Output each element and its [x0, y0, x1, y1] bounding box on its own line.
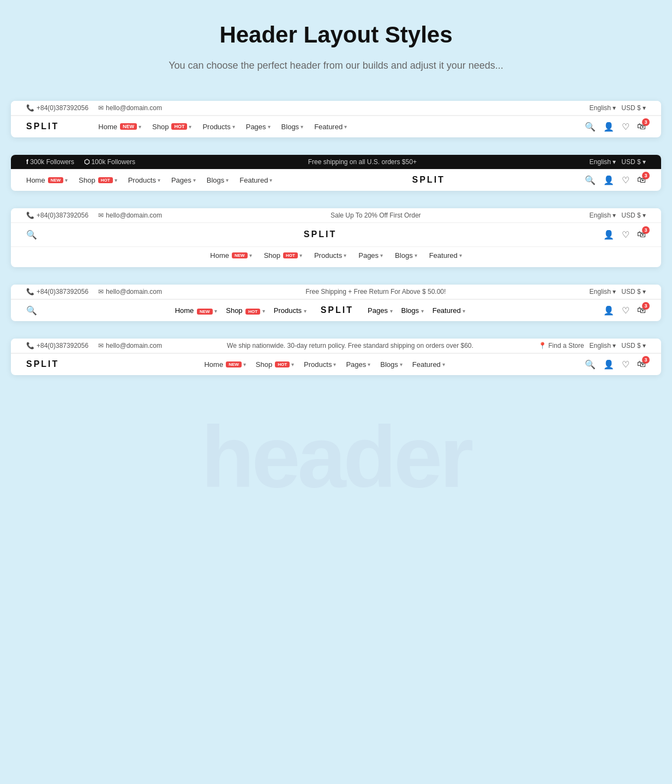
header1-phone: 📞 +84(0)387392056 — [26, 104, 88, 112]
header3-phone: 📞 +84(0)387392056 — [26, 212, 88, 219]
header4-logo: SPLIT — [321, 305, 353, 315]
header2-nav-bar: Home NEW ▾ Shop HOT ▾ Products ▾ Pages ▾… — [11, 169, 661, 191]
header3-nav-home[interactable]: Home NEW ▾ — [210, 251, 251, 260]
header5-nav-featured[interactable]: Featured ▾ — [412, 360, 445, 369]
header3-promo: Sale Up To 20% Off First Order — [162, 212, 590, 219]
header1-nav-products[interactable]: Products ▾ — [202, 123, 235, 131]
header-style-1: 📞 +84(0)387392056 ✉ hello@domain.com Eng… — [11, 101, 661, 137]
header2-promo: Free shipping on all U.S. orders $50+ — [135, 158, 590, 166]
mail-icon: ✉ — [98, 212, 104, 219]
header4-locale: English ▾ USD $ ▾ — [590, 288, 646, 295]
phone-icon: 📞 — [26, 212, 34, 219]
header4-nav-bar: 🔍 Home NEW ▾ Shop HOT ▾ Products ▾ SPLIT… — [11, 299, 661, 321]
header4-nav-products[interactable]: Products ▾ — [274, 306, 307, 315]
header4-account-icon[interactable]: 👤 — [603, 305, 614, 316]
header4-nav-pages[interactable]: Pages ▾ — [368, 306, 393, 315]
header4-search-icon[interactable]: 🔍 — [26, 305, 37, 316]
header5-find-store[interactable]: 📍 Find a Store — [538, 342, 584, 349]
header2-social: f 300k Followers ⬡ 100k Followers — [26, 158, 135, 166]
header2-nav-featured[interactable]: Featured ▾ — [239, 176, 272, 184]
header4-wishlist-icon[interactable]: ♡ — [622, 305, 629, 316]
header1-search-icon[interactable]: 🔍 — [585, 122, 596, 132]
header4-nav-home[interactable]: Home NEW ▾ — [175, 306, 218, 315]
header1-contact-info: 📞 +84(0)387392056 ✉ hello@domain.com — [26, 104, 162, 112]
header2-usd[interactable]: USD $ ▾ — [621, 158, 646, 166]
header3-cart-icon[interactable]: 🛍3 — [637, 230, 646, 239]
header3-account-icon[interactable]: 👤 — [603, 230, 614, 240]
header5-usd[interactable]: USD $ ▾ — [621, 342, 646, 349]
phone-icon: 📞 — [26, 288, 34, 295]
header3-wishlist-icon[interactable]: ♡ — [622, 230, 629, 240]
header2-nav-home[interactable]: Home NEW ▾ — [26, 176, 68, 184]
header1-cart-icon[interactable]: 🛍3 — [637, 122, 646, 131]
header1-nav-icons: 🔍 👤 ♡ 🛍3 — [585, 122, 646, 132]
header5-nav-bar: SPLIT Home NEW ▾ Shop HOT ▾ Products ▾ P… — [11, 353, 661, 375]
header5-nav-products[interactable]: Products ▾ — [304, 360, 336, 369]
header4-top-bar: 📞 +84(0)387392056 ✉ hello@domain.com Fre… — [11, 285, 661, 299]
header1-english[interactable]: English ▾ — [590, 104, 616, 112]
header5-account-icon[interactable]: 👤 — [603, 359, 614, 370]
header5-search-icon[interactable]: 🔍 — [585, 359, 596, 370]
header5-top-bar: 📞 +84(0)387392056 ✉ hello@domain.com We … — [11, 339, 661, 353]
header1-nav-featured[interactable]: Featured ▾ — [314, 123, 347, 131]
header4-email: ✉ hello@domain.com — [98, 288, 162, 295]
header1-top-bar: 📞 +84(0)387392056 ✉ hello@domain.com Eng… — [11, 101, 661, 116]
header2-fb-followers: f 300k Followers — [26, 158, 74, 166]
header4-nav-blogs[interactable]: Blogs ▾ — [401, 306, 424, 315]
header3-nav-icons: 👤 ♡ 🛍3 — [603, 230, 646, 240]
header3-email: ✉ hello@domain.com — [98, 212, 162, 219]
header3-english[interactable]: English ▾ — [590, 212, 616, 219]
header5-wishlist-icon[interactable]: ♡ — [622, 359, 629, 370]
header1-nav-pages[interactable]: Pages ▾ — [246, 123, 271, 131]
header2-account-icon[interactable]: 👤 — [603, 175, 614, 185]
header3-top-bar: 📞 +84(0)387392056 ✉ hello@domain.com Sal… — [11, 208, 661, 223]
header2-nav-products[interactable]: Products ▾ — [128, 176, 160, 184]
header2-logo: SPLIT — [283, 175, 574, 185]
header2-cart-icon[interactable]: 🛍3 — [637, 175, 646, 185]
header4-promo: Free Shipping + Free Return For Above $ … — [162, 288, 590, 295]
header3-nav-featured[interactable]: Featured ▾ — [429, 251, 462, 260]
header1-nav-blogs[interactable]: Blogs ▾ — [281, 123, 304, 131]
header1-nav-shop[interactable]: Shop HOT ▾ — [152, 123, 191, 131]
header5-english[interactable]: English ▾ — [590, 342, 616, 349]
header3-nav-shop[interactable]: Shop HOT ▾ — [264, 251, 302, 260]
header3-nav-links: Home NEW ▾ Shop HOT ▾ Products ▾ Pages ▾… — [11, 246, 661, 267]
header3-usd[interactable]: USD $ ▾ — [621, 212, 646, 219]
header2-wishlist-icon[interactable]: ♡ — [622, 175, 629, 185]
header3-logo-row: 🔍 SPLIT 👤 ♡ 🛍3 — [11, 223, 661, 246]
header4-english[interactable]: English ▾ — [590, 288, 616, 295]
header1-email: ✉ hello@domain.com — [98, 104, 162, 112]
header1-account-icon[interactable]: 👤 — [603, 122, 614, 132]
header2-nav-shop[interactable]: Shop HOT ▾ — [79, 176, 117, 184]
header3-nav-products[interactable]: Products ▾ — [314, 251, 346, 260]
header5-nav-links: Home NEW ▾ Shop HOT ▾ Products ▾ Pages ▾… — [77, 360, 572, 369]
header2-nav-links-left: Home NEW ▾ Shop HOT ▾ Products ▾ Pages ▾… — [26, 176, 272, 184]
header4-cart-icon[interactable]: 🛍3 — [637, 305, 646, 315]
header1-wishlist-icon[interactable]: ♡ — [622, 122, 629, 132]
mail-icon: ✉ — [98, 104, 104, 112]
phone-icon: 📞 — [26, 104, 34, 112]
header2-english[interactable]: English ▾ — [590, 158, 616, 166]
header1-nav-links: Home NEW ▾ Shop HOT ▾ Products ▾ Pages ▾… — [98, 123, 567, 131]
phone-icon: 📞 — [26, 342, 34, 349]
header2-nav-pages[interactable]: Pages ▾ — [171, 176, 196, 184]
header4-nav-shop[interactable]: Shop HOT ▾ — [226, 306, 265, 315]
header5-nav-blogs[interactable]: Blogs ▾ — [380, 360, 403, 369]
header2-nav-blogs[interactable]: Blogs ▾ — [207, 176, 229, 184]
header5-nav-home[interactable]: Home NEW ▾ — [204, 360, 245, 369]
header3-nav-blogs[interactable]: Blogs ▾ — [395, 251, 417, 260]
header1-nav-bar: SPLIT Home NEW ▾ Shop HOT ▾ Products ▾ P… — [11, 116, 661, 137]
header5-nav-pages[interactable]: Pages ▾ — [346, 360, 370, 369]
header1-nav-home[interactable]: Home NEW ▾ — [98, 123, 141, 131]
header2-search-icon[interactable]: 🔍 — [585, 175, 596, 185]
header1-usd[interactable]: USD $ ▾ — [621, 104, 646, 112]
header3-nav-pages[interactable]: Pages ▾ — [358, 251, 383, 260]
header4-nav-icons: 👤 ♡ 🛍3 — [603, 305, 646, 316]
header3-search-icon[interactable]: 🔍 — [26, 230, 37, 240]
header2-top-bar: f 300k Followers ⬡ 100k Followers Free s… — [11, 155, 661, 169]
header4-usd[interactable]: USD $ ▾ — [621, 288, 646, 295]
header3-logo: SPLIT — [304, 230, 337, 239]
header5-cart-icon[interactable]: 🛍3 — [637, 359, 646, 369]
header5-nav-shop[interactable]: Shop HOT ▾ — [256, 360, 294, 369]
header4-nav-featured[interactable]: Featured ▾ — [433, 306, 466, 315]
